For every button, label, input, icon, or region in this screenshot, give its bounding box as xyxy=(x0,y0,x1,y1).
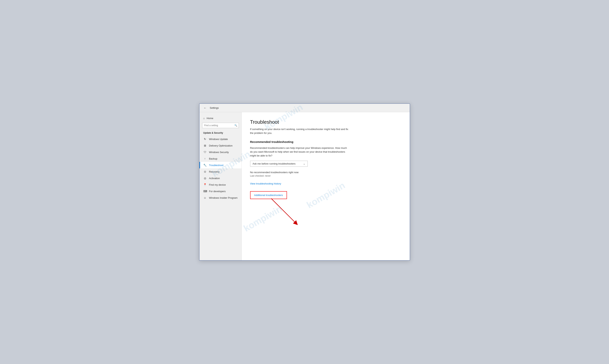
sidebar-section-title: Update & Security xyxy=(199,131,242,136)
sidebar: ⌂ Home 🔍 Update & Security ↻ Windows Upd… xyxy=(199,112,242,260)
recommended-desc: Recommended troubleshooters can help imp… xyxy=(250,146,350,158)
sidebar-search-container: 🔍 xyxy=(202,123,239,128)
troubleshoot-icon: 🔧 xyxy=(203,164,207,167)
title-bar-title: Settings xyxy=(210,106,219,109)
sidebar-label-windows-update: Windows Update xyxy=(209,138,228,141)
dropdown-wrapper: Ask me before running troubleshooters Ru… xyxy=(250,161,308,167)
sidebar-item-recovery[interactable]: ⊙ Recovery xyxy=(199,168,242,175)
find-my-device-icon: 📍 xyxy=(203,183,207,186)
back-button[interactable]: ← xyxy=(203,106,208,110)
additional-btn-box: Additional troubleshooters xyxy=(250,191,287,199)
sidebar-label-windows-insider: Windows Insider Program xyxy=(209,196,238,199)
additional-troubleshooters-section: Additional troubleshooters xyxy=(250,191,401,200)
sidebar-label-windows-security: Windows Security xyxy=(209,151,229,154)
additional-troubleshooters-button[interactable]: Additional troubleshooters xyxy=(251,192,286,198)
sidebar-home-label: Home xyxy=(207,117,213,120)
view-history-link[interactable]: View troubleshooting history xyxy=(250,182,281,185)
sidebar-label-recovery: Recovery xyxy=(209,170,220,173)
recovery-icon: ⊙ xyxy=(203,170,207,173)
sidebar-label-delivery-optimization: Delivery Optimization xyxy=(209,144,233,147)
search-icon: 🔍 xyxy=(234,124,237,127)
page-subtitle: If something on your device isn't workin… xyxy=(250,127,350,135)
sidebar-label-backup: Backup xyxy=(209,157,217,160)
sidebar-item-windows-insider[interactable]: ☺ Windows Insider Program xyxy=(199,195,242,201)
sidebar-item-activation[interactable]: ◎ Activation xyxy=(199,175,242,182)
home-icon: ⌂ xyxy=(203,117,205,120)
sidebar-label-troubleshoot: Troubleshoot xyxy=(209,164,223,167)
title-bar: ← Settings xyxy=(199,104,410,112)
page-title: Troubleshoot xyxy=(250,119,401,125)
sidebar-item-find-my-device[interactable]: 📍 Find my device xyxy=(199,182,242,188)
troubleshoot-dropdown[interactable]: Ask me before running troubleshooters Ru… xyxy=(250,161,308,167)
sidebar-item-windows-security[interactable]: 🛡 Windows Security xyxy=(199,149,242,155)
svg-line-1 xyxy=(271,198,296,223)
dropdown-container: Ask me before running troubleshooters Ru… xyxy=(250,161,401,167)
sidebar-item-troubleshoot[interactable]: 🔧 Troubleshoot xyxy=(199,162,242,168)
for-developers-icon: ⌨ xyxy=(203,190,207,193)
activation-icon: ◎ xyxy=(203,177,207,180)
recommended-heading: Recommended troubleshooting xyxy=(250,140,401,143)
sidebar-item-windows-update[interactable]: ↻ Windows Update xyxy=(199,136,242,142)
content-area: Troubleshoot If something on your device… xyxy=(242,112,410,260)
main-layout: ⌂ Home 🔍 Update & Security ↻ Windows Upd… xyxy=(199,112,410,260)
no-troubleshooters-text: No recommended troubleshooters right now xyxy=(250,171,401,174)
sidebar-item-delivery-optimization[interactable]: ⊞ Delivery Optimization xyxy=(199,142,242,149)
delivery-optimization-icon: ⊞ xyxy=(203,144,207,147)
sidebar-item-home[interactable]: ⌂ Home xyxy=(199,115,242,121)
red-arrow xyxy=(269,196,304,227)
windows-insider-icon: ☺ xyxy=(203,196,207,199)
windows-security-icon: 🛡 xyxy=(203,151,207,154)
windows-update-icon: ↻ xyxy=(203,138,207,141)
backup-icon: ↑ xyxy=(203,157,207,160)
sidebar-item-for-developers[interactable]: ⌨ For developers xyxy=(199,188,242,195)
sidebar-label-activation: Activation xyxy=(209,177,220,180)
annotation-container: Additional troubleshooters xyxy=(250,191,287,200)
last-checked-text: Last checked: never xyxy=(250,175,401,177)
sidebar-item-backup[interactable]: ↑ Backup xyxy=(199,155,242,162)
sidebar-label-for-developers: For developers xyxy=(209,190,226,193)
settings-window: kompiwin kompiwin kompiwin kompiwin ← Se… xyxy=(199,103,410,261)
search-input[interactable] xyxy=(202,123,239,128)
sidebar-label-find-my-device: Find my device xyxy=(209,183,226,186)
